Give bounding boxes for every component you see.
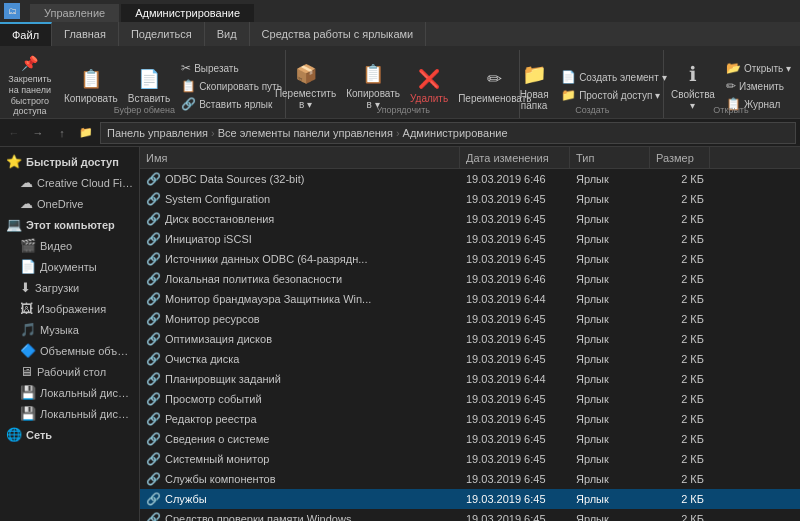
file-type: Ярлык — [570, 453, 650, 465]
sidebar-label: Документы — [40, 261, 97, 273]
pin-button[interactable]: 📌 Закрепить на панелибыстрого доступа — [3, 60, 57, 112]
sidebar-icon: 💻 — [6, 217, 22, 232]
file-icon: 🔗 — [146, 392, 161, 406]
col-header-type[interactable]: Тип — [570, 147, 650, 168]
file-icon: 🔗 — [146, 272, 161, 286]
file-name: 🔗 Службы компонентов — [140, 472, 460, 486]
col-header-size[interactable]: Размер — [650, 147, 710, 168]
sidebar-icon: 💾 — [20, 406, 36, 421]
table-row[interactable]: 🔗 Монитор ресурсов 19.03.2019 6:45 Ярлык… — [140, 309, 800, 329]
table-row[interactable]: 🔗 Просмотр событий 19.03.2019 6:45 Ярлык… — [140, 389, 800, 409]
title-tab[interactable]: Администрирование — [121, 4, 254, 22]
table-row[interactable]: 🔗 Редактор реестра 19.03.2019 6:45 Ярлык… — [140, 409, 800, 429]
title-tab[interactable]: Управление — [30, 4, 119, 22]
cut-button[interactable]: ✂Вырезать — [177, 60, 286, 76]
file-icon: 🔗 — [146, 312, 161, 326]
table-row[interactable]: 🔗 Планировщик заданий 19.03.2019 6:44 Яр… — [140, 369, 800, 389]
file-size: 2 КБ — [650, 353, 710, 365]
file-date: 19.03.2019 6:46 — [460, 173, 570, 185]
file-type: Ярлык — [570, 353, 650, 365]
file-size: 2 КБ — [650, 193, 710, 205]
table-row[interactable]: 🔗 Оптимизация дисков 19.03.2019 6:45 Ярл… — [140, 329, 800, 349]
file-size: 2 КБ — [650, 513, 710, 521]
file-name: 🔗 Планировщик заданий — [140, 372, 460, 386]
ribbon-tab[interactable]: Поделиться — [119, 22, 205, 46]
up-button[interactable]: ↑ — [52, 123, 72, 143]
ribbon-tabs: ФайлГлавнаяПоделитьсяВидСредства работы … — [0, 22, 800, 46]
sidebar-item-downloads[interactable]: ⬇Загрузки — [0, 277, 139, 298]
file-type: Ярлык — [570, 293, 650, 305]
table-row[interactable]: 🔗 Инициатор iSCSI 19.03.2019 6:45 Ярлык … — [140, 229, 800, 249]
table-row[interactable]: 🔗 Источники данных ODBC (64-разрядн... 1… — [140, 249, 800, 269]
file-icon: 🔗 — [146, 412, 161, 426]
sidebar-label: Быстрый доступ — [26, 156, 119, 168]
file-icon: 🔗 — [146, 492, 161, 506]
file-date: 19.03.2019 6:45 — [460, 513, 570, 521]
file-type: Ярлык — [570, 333, 650, 345]
organize-label: Упорядочить — [376, 105, 430, 115]
ribbon-tab[interactable]: Файл — [0, 22, 52, 46]
file-name: 🔗 Источники данных ODBC (64-разрядн... — [140, 252, 460, 266]
table-row[interactable]: 🔗 Средство проверки памяти Windows 19.03… — [140, 509, 800, 521]
properties-button[interactable]: ℹ Свойства ▾ — [667, 60, 719, 112]
sidebar-item-quick-access[interactable]: ⭐Быстрый доступ — [0, 151, 139, 172]
sidebar-item-onedrive[interactable]: ☁OneDrive — [0, 193, 139, 214]
copy-button[interactable]: 📋 Копировать — [60, 60, 122, 112]
forward-button[interactable]: → — [28, 123, 48, 143]
paste-shortcut-button[interactable]: 🔗Вставить ярлык — [177, 96, 286, 112]
sidebar-item-disk-c[interactable]: 💾Локальный диск (C: — [0, 382, 139, 403]
sidebar-item-images[interactable]: 🖼Изображения — [0, 298, 139, 319]
table-row[interactable]: 🔗 System Configuration 19.03.2019 6:45 Я… — [140, 189, 800, 209]
sidebar-item-disk-d[interactable]: 💾Локальный диск (D: — [0, 403, 139, 424]
create-element-button[interactable]: 📄Создать элемент ▾ — [557, 69, 670, 85]
file-name: 🔗 Оптимизация дисков — [140, 332, 460, 346]
sidebar-icon: 🌐 — [6, 427, 22, 442]
file-icon: 🔗 — [146, 472, 161, 486]
breadcrumb-sep1: › — [211, 127, 215, 139]
sidebar-item-video[interactable]: 🎬Видео — [0, 235, 139, 256]
sidebar-item-network[interactable]: 🌐Сеть — [0, 424, 139, 445]
file-type: Ярлык — [570, 253, 650, 265]
table-row[interactable]: 🔗 Монитор брандмауэра Защитника Win... 1… — [140, 289, 800, 309]
open-button[interactable]: 📂Открыть ▾ — [722, 60, 795, 76]
file-icon: 🔗 — [146, 172, 161, 186]
col-header-name[interactable]: Имя — [140, 147, 460, 168]
ribbon: ФайлГлавнаяПоделитьсяВидСредства работы … — [0, 22, 800, 119]
move-to-button[interactable]: 📦 Переместитьв ▾ — [271, 60, 340, 112]
edit-button[interactable]: ✏Изменить — [722, 78, 795, 94]
easy-access-button[interactable]: 📁Простой доступ ▾ — [557, 87, 670, 103]
sidebar-item-creative-cloud[interactable]: ☁Creative Cloud Files — [0, 172, 139, 193]
file-icon: 🔗 — [146, 292, 161, 306]
copy-path-button[interactable]: 📋Скопировать путь — [177, 78, 286, 94]
file-size: 2 КБ — [650, 433, 710, 445]
new-folder-button[interactable]: 📁 Новаяпапка — [514, 60, 554, 112]
table-row[interactable]: 🔗 Сведения о системе 19.03.2019 6:45 Ярл… — [140, 429, 800, 449]
table-row[interactable]: 🔗 Системный монитор 19.03.2019 6:45 Ярлы… — [140, 449, 800, 469]
table-row[interactable]: 🔗 ODBC Data Sources (32-bit) 19.03.2019 … — [140, 169, 800, 189]
file-size: 2 КБ — [650, 293, 710, 305]
sidebar-icon: 💾 — [20, 385, 36, 400]
file-name: 🔗 ODBC Data Sources (32-bit) — [140, 172, 460, 186]
breadcrumb[interactable]: Панель управления › Все элементы панели … — [100, 122, 796, 144]
sidebar-item-this-pc[interactable]: 💻Этот компьютер — [0, 214, 139, 235]
ribbon-tab[interactable]: Средства работы с ярлыками — [250, 22, 427, 46]
ribbon-tab[interactable]: Главная — [52, 22, 119, 46]
table-row[interactable]: 🔗 Очистка диска 19.03.2019 6:45 Ярлык 2 … — [140, 349, 800, 369]
col-header-date[interactable]: Дата изменения — [460, 147, 570, 168]
sidebar-item-3d[interactable]: 🔷Объемные объекты — [0, 340, 139, 361]
file-name: 🔗 Просмотр событий — [140, 392, 460, 406]
back-button[interactable]: ← — [4, 123, 24, 143]
sidebar-label: Локальный диск (D: — [40, 408, 133, 420]
table-row[interactable]: 🔗 Службы 19.03.2019 6:45 Ярлык 2 КБ — [140, 489, 800, 509]
sidebar-item-music[interactable]: 🎵Музыка — [0, 319, 139, 340]
file-name: 🔗 Системный монитор — [140, 452, 460, 466]
table-row[interactable]: 🔗 Службы компонентов 19.03.2019 6:45 Ярл… — [140, 469, 800, 489]
file-icon: 🔗 — [146, 352, 161, 366]
sidebar-item-docs[interactable]: 📄Документы — [0, 256, 139, 277]
table-row[interactable]: 🔗 Локальная политика безопасности 19.03.… — [140, 269, 800, 289]
file-size: 2 КБ — [650, 213, 710, 225]
table-row[interactable]: 🔗 Диск восстановления 19.03.2019 6:45 Яр… — [140, 209, 800, 229]
sidebar-item-desktop[interactable]: 🖥Рабочий стол — [0, 361, 139, 382]
ribbon-tab[interactable]: Вид — [205, 22, 250, 46]
file-size: 2 КБ — [650, 173, 710, 185]
